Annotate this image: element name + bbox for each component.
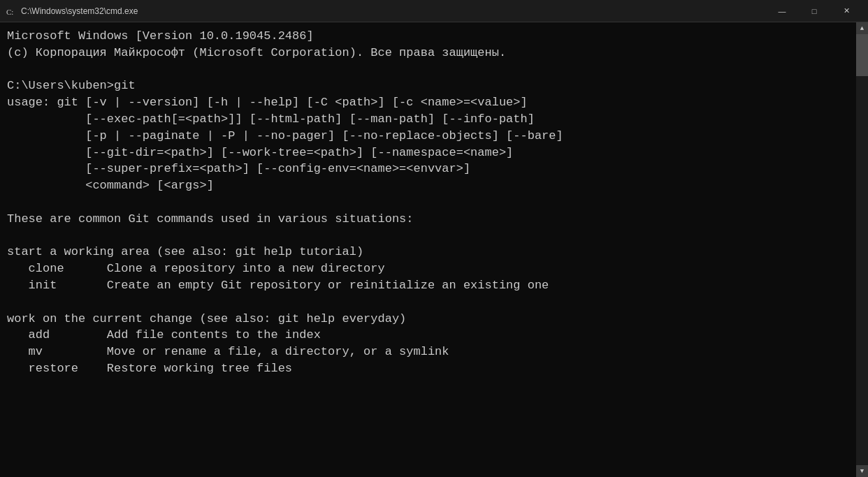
- scroll-down-button[interactable]: ▼: [856, 465, 868, 477]
- minimize-button[interactable]: —: [766, 0, 798, 22]
- title-bar-left: C: C:\Windows\system32\cmd.exe: [6, 6, 138, 17]
- scrollbar-thumb[interactable]: [856, 34, 868, 76]
- svg-text:C:: C:: [6, 8, 13, 16]
- scrollbar[interactable]: ▲ ▼: [856, 22, 868, 477]
- title-bar: C: C:\Windows\system32\cmd.exe — □ ✕: [0, 0, 868, 22]
- window: C: C:\Windows\system32\cmd.exe — □ ✕ Mic…: [0, 0, 868, 477]
- scrollbar-track: [856, 34, 868, 465]
- title-bar-title: C:\Windows\system32\cmd.exe: [21, 6, 138, 16]
- close-button[interactable]: ✕: [830, 0, 862, 22]
- console-body[interactable]: Microsoft Windows [Version 10.0.19045.24…: [0, 22, 868, 477]
- scroll-up-button[interactable]: ▲: [856, 22, 868, 34]
- title-bar-controls: — □ ✕: [766, 0, 862, 22]
- console-output: Microsoft Windows [Version 10.0.19045.24…: [7, 28, 861, 377]
- cmd-icon: C:: [6, 6, 17, 17]
- maximize-button[interactable]: □: [798, 0, 830, 22]
